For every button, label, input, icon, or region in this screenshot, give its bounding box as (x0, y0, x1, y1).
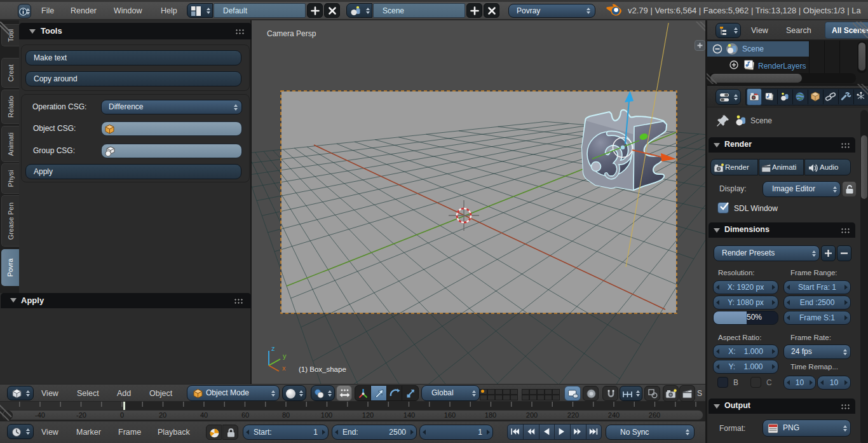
svg-text:z: z (271, 344, 275, 352)
svg-text:x: x (282, 364, 286, 372)
svg-text:y: y (283, 352, 287, 360)
